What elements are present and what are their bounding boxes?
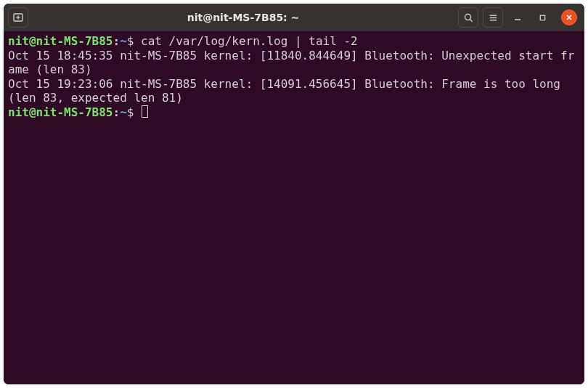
search-icon (463, 12, 474, 23)
close-icon (565, 14, 573, 21)
new-tab-icon (12, 12, 24, 23)
maximize-icon (539, 14, 547, 22)
prompt-user: nit@nit-MS-7B85 (8, 105, 113, 119)
prompt-line-1: nit@nit-MS-7B85:~$ cat /var/log/kern.log… (8, 34, 580, 49)
titlebar: nit@nit-MS-7B85: ~ (4, 4, 584, 31)
new-tab-button[interactable] (8, 7, 28, 28)
prompt-user: nit@nit-MS-7B85 (8, 34, 113, 48)
output-line: Oct 15 18:45:35 nit-MS-7B85 kernel: [118… (8, 49, 580, 77)
maximize-button[interactable] (532, 7, 552, 28)
search-button[interactable] (458, 7, 478, 28)
minimize-button[interactable] (507, 7, 528, 28)
terminal-window: nit@nit-MS-7B85: ~ (0, 0, 588, 388)
command-text: cat /var/log/kern.log | tail -2 (141, 34, 358, 48)
window-title: nit@nit-MS-7B85: ~ (33, 12, 454, 23)
svg-rect-9 (540, 15, 544, 20)
prompt-line-2: nit@nit-MS-7B85:~$ (8, 105, 580, 120)
prompt-path: ~ (120, 34, 127, 48)
output-line: Oct 15 19:23:06 nit-MS-7B85 kernel: [140… (8, 77, 580, 105)
close-button[interactable] (561, 9, 577, 25)
menu-button[interactable] (483, 7, 503, 28)
hamburger-icon (488, 12, 499, 23)
minimize-icon (513, 13, 522, 22)
cursor (142, 105, 148, 118)
terminal-body[interactable]: nit@nit-MS-7B85:~$ cat /var/log/kern.log… (4, 31, 584, 384)
prompt-symbol: $ (127, 34, 134, 48)
prompt-sep: : (113, 105, 121, 119)
prompt-symbol: $ (127, 105, 134, 119)
prompt-path: ~ (120, 105, 127, 119)
prompt-sep: : (113, 34, 121, 48)
svg-point-3 (465, 14, 470, 20)
svg-line-4 (470, 19, 472, 21)
